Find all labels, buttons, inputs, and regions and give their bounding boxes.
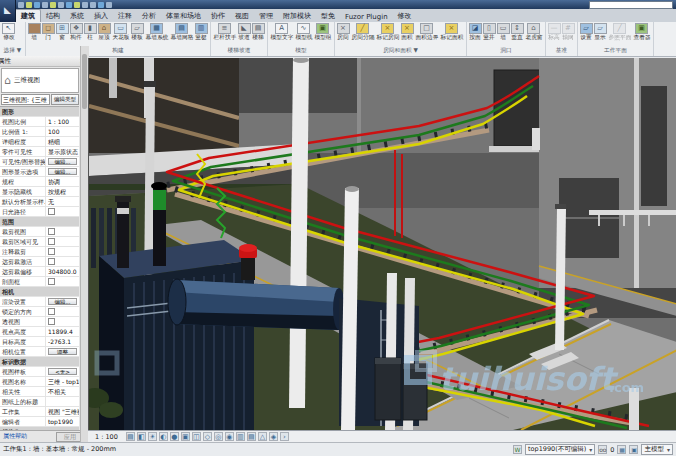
panel-label[interactable]: 房间和面积 ▼ bbox=[338, 46, 462, 56]
editing-requests-icon[interactable]: oo bbox=[598, 445, 607, 454]
property-row[interactable]: 相机 bbox=[0, 287, 79, 297]
property-value[interactable]: 无 bbox=[46, 197, 79, 206]
ribbon-button[interactable]: ⌂ 老虎窗 bbox=[525, 23, 543, 40]
crop-view-icon[interactable]: ▣ bbox=[181, 432, 190, 441]
ribbon-button[interactable]: ⊞ 窗 bbox=[56, 23, 69, 40]
property-row[interactable]: 剖面框 bbox=[0, 277, 79, 287]
scrollbar-thumb[interactable] bbox=[82, 54, 87, 109]
qat-icon[interactable] bbox=[58, 2, 64, 8]
property-row[interactable]: 详细程度 精细 bbox=[0, 137, 79, 147]
property-value[interactable] bbox=[46, 207, 79, 216]
ribbon-button[interactable]: ⌂ 屋顶 bbox=[98, 23, 111, 40]
qat-icon[interactable] bbox=[74, 2, 80, 8]
qat-icon[interactable] bbox=[66, 2, 72, 8]
ribbon-button[interactable]: ❖ 构件 bbox=[70, 23, 83, 40]
ribbon-tab[interactable]: 视图 bbox=[230, 10, 254, 22]
property-value[interactable]: 304800.0 bbox=[46, 267, 79, 276]
property-row[interactable]: 远剪裁偏移 304800.0 bbox=[0, 267, 79, 277]
chevron-down-icon[interactable]: ▾ bbox=[589, 445, 592, 454]
property-row[interactable]: 零件可见性 显示原状态 bbox=[0, 147, 79, 157]
search-input[interactable] bbox=[589, 1, 673, 9]
ribbon-tab[interactable]: 附加模块 bbox=[278, 10, 316, 22]
ribbon-button[interactable]: ↕ 垂直 bbox=[511, 23, 524, 40]
edit-type-button[interactable]: 编辑类型 bbox=[51, 94, 79, 105]
ribbon-button[interactable]: × 房间 bbox=[337, 23, 350, 40]
ribbon-button[interactable]: ▣ 查看器 bbox=[633, 23, 651, 40]
ribbon-button[interactable]: ▮ 柱 bbox=[84, 23, 97, 40]
property-value[interactable]: 协调 bbox=[46, 177, 79, 186]
property-row[interactable]: 裁剪区域可见 bbox=[0, 237, 79, 247]
property-value[interactable]: 11899.4 bbox=[46, 327, 79, 336]
ribbon-button[interactable]: ◪ 按面 bbox=[469, 23, 482, 40]
design-option-selector[interactable]: 主模型 ▾ bbox=[641, 444, 673, 455]
property-value[interactable]: 1 : 100 bbox=[46, 117, 79, 126]
property-value[interactable] bbox=[46, 237, 79, 246]
temporary-hide-isolate-icon[interactable]: ◎ bbox=[214, 432, 223, 441]
ribbon-button[interactable]: ▤ 幕墙网格 bbox=[170, 23, 194, 40]
qat-icon[interactable] bbox=[90, 2, 96, 8]
property-row[interactable]: 远剪裁激活 bbox=[0, 257, 79, 267]
property-row[interactable]: 可见性/图形替换 编辑... bbox=[0, 157, 79, 167]
ribbon-button[interactable]: ▣ 模型组 bbox=[314, 23, 332, 40]
ribbon-tab[interactable]: 修改 bbox=[393, 10, 417, 22]
property-row[interactable]: 范围 bbox=[0, 217, 79, 227]
property-row[interactable]: 目标高度 -2763.1 bbox=[0, 337, 79, 347]
qat-icon[interactable] bbox=[82, 2, 88, 8]
ribbon-tab[interactable]: 协作 bbox=[206, 10, 230, 22]
property-row[interactable]: 透视图 bbox=[0, 317, 79, 327]
property-row[interactable]: 规程 协调 bbox=[0, 177, 79, 187]
qat-icon[interactable] bbox=[50, 2, 56, 8]
property-value[interactable] bbox=[46, 227, 79, 236]
property-row[interactable]: 视图名称 三维 - top1990 bbox=[0, 377, 79, 387]
drawing-area-3d-view[interactable]: tuihuisoft .com bbox=[88, 58, 676, 430]
shadows-icon[interactable]: ◐ bbox=[159, 432, 168, 441]
property-value[interactable] bbox=[46, 257, 79, 266]
scale-button[interactable]: 1 : 100 bbox=[92, 432, 121, 442]
editable-only-icon[interactable]: ▦ bbox=[617, 445, 626, 454]
ribbon-button[interactable]: ▯ 竖井 bbox=[483, 23, 496, 40]
property-row[interactable]: 显示隐藏线 按规程 bbox=[0, 187, 79, 197]
property-value[interactable]: top1990 bbox=[46, 417, 79, 426]
ribbon-button[interactable]: □ 面积边界 bbox=[415, 23, 439, 40]
select-settings-icon[interactable]: ▣ bbox=[629, 445, 638, 454]
ribbon-tab[interactable]: 结构 bbox=[41, 10, 65, 22]
ribbon-tab[interactable]: 建筑 bbox=[15, 9, 41, 22]
ribbon-tab[interactable]: 系统 bbox=[65, 10, 89, 22]
property-value[interactable]: 按规程 bbox=[46, 187, 79, 196]
property-value[interactable]: 编辑... bbox=[48, 298, 77, 305]
reveal-hidden-elements-icon[interactable]: ◉ bbox=[225, 432, 234, 441]
ribbon-button[interactable]: A 模型文字 bbox=[270, 23, 294, 40]
ribbon-tab[interactable]: 型免 bbox=[316, 10, 340, 22]
ribbon-button[interactable]: × 标记面积 bbox=[440, 23, 464, 40]
ribbon-button[interactable]: # 轴网 bbox=[562, 23, 575, 40]
visual-style-icon[interactable]: ◧ bbox=[137, 432, 146, 441]
property-row[interactable]: 图纸上的标题 bbox=[0, 397, 79, 407]
property-value[interactable]: 不相关 bbox=[46, 387, 79, 396]
property-row[interactable]: 编辑者 top1990 bbox=[0, 417, 79, 427]
ribbon-tab[interactable]: 体量和场地 bbox=[161, 10, 206, 22]
property-row[interactable]: 默认分析显示样... 无 bbox=[0, 197, 79, 207]
property-row[interactable]: 图形显示选项 编辑... bbox=[0, 167, 79, 177]
property-row[interactable]: 视图样板 <无> bbox=[0, 367, 79, 377]
qat-icon[interactable] bbox=[98, 2, 104, 8]
property-row[interactable]: 注释裁剪 bbox=[0, 247, 79, 257]
active-workset-selector[interactable]: top1990(不可编辑) ▾ bbox=[525, 444, 595, 455]
property-row[interactable]: 渲染设置 编辑... bbox=[0, 297, 79, 307]
property-value[interactable] bbox=[46, 247, 79, 256]
rendering-dialog-icon[interactable]: ● bbox=[170, 432, 179, 441]
displacement-sets-icon[interactable]: ◈ bbox=[269, 432, 278, 441]
qat-icon[interactable] bbox=[42, 2, 48, 8]
ribbon-tab[interactable]: 分析 bbox=[137, 10, 161, 22]
revit-app-icon[interactable]: ◣ bbox=[0, 0, 16, 22]
ribbon-button[interactable]: ▦ 幕墙系统 bbox=[145, 23, 169, 40]
property-row[interactable]: 锁定的方向 bbox=[0, 307, 79, 317]
ribbon-tab[interactable]: 插入 bbox=[89, 10, 113, 22]
ribbon-button[interactable]: ▱ 设置 bbox=[580, 23, 593, 40]
type-selector[interactable]: ⌂ 三维视图 bbox=[1, 68, 79, 93]
ribbon-button[interactable]: ◻ 门 bbox=[42, 23, 55, 40]
property-row[interactable]: 相机位置 调整 bbox=[0, 347, 79, 357]
ribbon-button[interactable]: ╱ 参照平面 bbox=[608, 23, 632, 40]
qat-icon[interactable] bbox=[34, 2, 40, 8]
property-row[interactable]: 视图比例 1 : 100 bbox=[0, 117, 79, 127]
ribbon-button[interactable]: ↖ 修改 bbox=[2, 23, 15, 40]
